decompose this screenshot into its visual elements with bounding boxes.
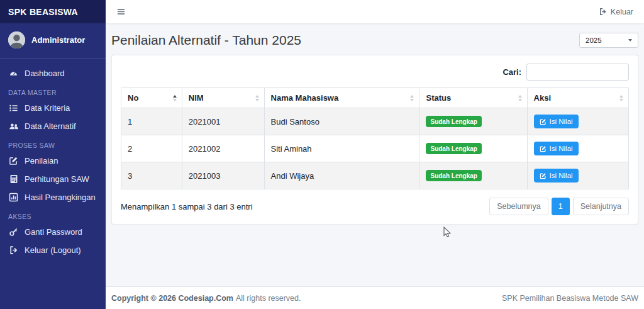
top-navbar: Keluar [106, 0, 644, 23]
user-panel: Administrator [0, 23, 106, 59]
page-title: Penilaian Alternatif - Tahun 2025 [111, 33, 301, 48]
logout-icon [8, 245, 19, 255]
sort-icon [255, 95, 259, 101]
content: Penilaian Alternatif - Tahun 2025 2025 C… [106, 23, 644, 225]
sidebar-item-dashboard[interactable]: Dashboard [0, 64, 106, 82]
cell-no: 2 [121, 135, 182, 162]
sidebar-item-perhitungan-saw[interactable]: Perhitungan SAW [0, 170, 106, 188]
table-info: Menampilkan 1 sampai 3 dari 3 entri [121, 202, 253, 211]
table-footer: Menampilkan 1 sampai 3 dari 3 entri Sebe… [121, 198, 629, 215]
bar-chart-icon [8, 193, 19, 202]
sidebar-item-label: Keluar (Logout) [25, 245, 81, 255]
edit-icon [540, 172, 547, 179]
footer-copyright-rest: All rights reserved. [236, 294, 301, 303]
sort-icon [619, 95, 623, 101]
sidebar-toggle-icon[interactable] [116, 7, 126, 16]
app-brand[interactable]: SPK BEASISWA [0, 0, 106, 23]
chevron-down-icon [628, 39, 632, 42]
column-header-nim[interactable]: NIM [182, 88, 264, 108]
main-area: Keluar Penilaian Alternatif - Tahun 2025… [106, 0, 644, 309]
column-header-aksi[interactable]: Aksi [527, 88, 628, 108]
sidebar-item-data-alternatif[interactable]: Data Alternatif [0, 117, 106, 135]
column-header-label: NIM [189, 93, 204, 103]
pagination: Sebelumnya 1 Selanjutnya [489, 198, 629, 215]
cell-nama: Budi Santoso [264, 108, 419, 135]
cell-aksi: Isi Nilai [527, 162, 628, 189]
cell-no: 3 [121, 162, 182, 189]
users-icon [8, 121, 19, 131]
footer-copyright: Copyright © 2026 Codesiap.ComAll rights … [111, 294, 301, 303]
status-badge: Sudah Lengkap [426, 170, 481, 181]
sidebar-item-label: Dashboard [25, 69, 65, 78]
table-row: 3 2021003 Andi Wijaya Sudah Lengkap Isi … [121, 162, 629, 189]
pagination-next-button[interactable]: Selanjutnya [573, 198, 629, 215]
penilaian-card: Cari: No NIM [111, 55, 638, 225]
pagination-prev-button[interactable]: Sebelumnya [489, 198, 548, 215]
sidebar-item-label: Penilaian [25, 156, 58, 166]
edit-icon [540, 145, 547, 152]
sidebar-section-akses: AKSES [0, 206, 106, 223]
status-badge: Sudah Lengkap [426, 116, 481, 127]
column-header-no[interactable]: No [121, 88, 182, 108]
sidebar-item-label: Ganti Password [25, 227, 82, 237]
sidebar-item-ganti-password[interactable]: Ganti Password [0, 223, 106, 241]
year-select[interactable]: 2025 [579, 33, 638, 48]
column-header-status[interactable]: Status [419, 88, 527, 108]
sort-icon [173, 95, 177, 101]
column-header-label: Nama Mahasiswa [271, 93, 339, 103]
footer-right-text: SPK Pemilihan Beasiswa Metode SAW [502, 294, 638, 303]
navbar-logout-link[interactable]: Keluar [599, 8, 633, 16]
column-header-label: Status [426, 93, 451, 103]
cell-aksi: Isi Nilai [527, 108, 628, 135]
sidebar-item-label: Perhitungan SAW [25, 174, 89, 184]
sidebar-item-hasil-perangkingan[interactable]: Hasil Perangkingan [0, 188, 106, 206]
dashboard-icon [8, 69, 19, 78]
footer-copyright-strong: Copyright © 2026 Codesiap.Com [111, 294, 233, 303]
sidebar-menu: Dashboard DATA MASTER Data Kriteria Data… [0, 59, 106, 265]
sidebar-section-data-master: DATA MASTER [0, 82, 106, 99]
sidebar-item-penilaian[interactable]: Penilaian [0, 152, 106, 170]
column-header-label: No [128, 93, 138, 103]
cell-nim: 2021002 [182, 135, 264, 162]
sidebar-section-proses-saw: PROSES SAW [0, 135, 106, 152]
key-icon [8, 227, 19, 237]
edit-icon [540, 118, 547, 125]
sidebar: SPK BEASISWA Administrator Dashboard DAT… [0, 0, 106, 309]
isi-nilai-label: Isi Nilai [550, 172, 573, 179]
sidebar-item-data-kriteria[interactable]: Data Kriteria [0, 99, 106, 117]
table-row: 2 2021002 Siti Aminah Sudah Lengkap Isi … [121, 135, 629, 162]
isi-nilai-button[interactable]: Isi Nilai [534, 115, 579, 128]
isi-nilai-button[interactable]: Isi Nilai [534, 142, 579, 155]
year-select-value: 2025 [586, 37, 602, 44]
cell-nama: Andi Wijaya [264, 162, 419, 189]
isi-nilai-label: Isi Nilai [550, 118, 573, 125]
column-header-label: Aksi [534, 93, 551, 103]
table-row: 1 2021001 Budi Santoso Sudah Lengkap Isi… [121, 108, 629, 135]
isi-nilai-button[interactable]: Isi Nilai [534, 169, 579, 183]
sidebar-item-label: Hasil Perangkingan [25, 193, 96, 202]
cell-nim: 2021003 [182, 162, 264, 189]
sidebar-item-keluar[interactable]: Keluar (Logout) [0, 241, 106, 259]
search-row: Cari: [121, 64, 629, 81]
cell-nim: 2021001 [182, 108, 264, 135]
avatar [8, 31, 25, 48]
calculator-icon [8, 174, 19, 184]
cell-status: Sudah Lengkap [419, 108, 527, 135]
logout-label: Keluar [611, 8, 633, 16]
list-icon [8, 103, 19, 113]
sidebar-item-label: Data Alternatif [25, 121, 76, 131]
column-header-nama[interactable]: Nama Mahasiswa [264, 88, 419, 108]
sort-icon [518, 95, 522, 101]
table-header-row: No NIM Nama Mahasiswa Status [121, 88, 629, 108]
isi-nilai-label: Isi Nilai [550, 145, 573, 152]
cell-status: Sudah Lengkap [419, 135, 527, 162]
cell-aksi: Isi Nilai [527, 135, 628, 162]
sort-icon [410, 95, 414, 101]
search-input[interactable] [526, 64, 629, 81]
page-footer: Copyright © 2026 Codesiap.ComAll rights … [106, 286, 644, 309]
search-label: Cari: [502, 67, 521, 77]
pagination-page-1-button[interactable]: 1 [552, 198, 570, 215]
edit-icon [8, 156, 19, 166]
penilaian-table: No NIM Nama Mahasiswa Status [121, 87, 629, 189]
cell-no: 1 [121, 108, 182, 135]
